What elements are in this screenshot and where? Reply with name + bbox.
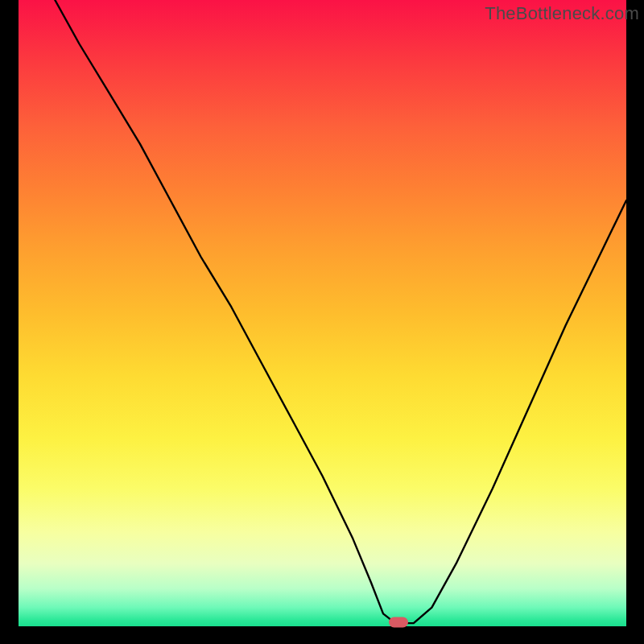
gradient-background [19,0,626,626]
optimal-point-marker [389,617,408,628]
chart-plot-area [19,0,626,626]
watermark-text: TheBottleneck.com [485,3,639,24]
